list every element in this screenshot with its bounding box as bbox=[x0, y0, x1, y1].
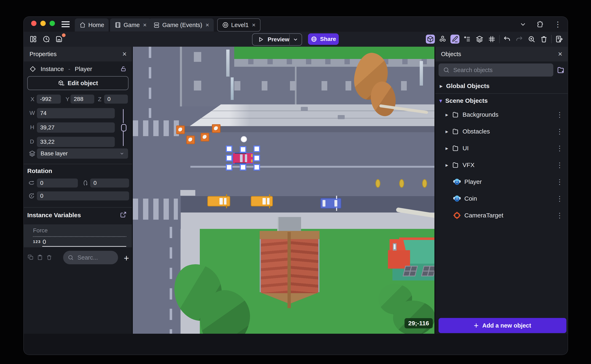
coin-instance[interactable] bbox=[375, 179, 380, 188]
kebab-menu-icon[interactable]: ⋮ bbox=[554, 20, 562, 29]
tree-instance[interactable] bbox=[393, 300, 434, 334]
crate-instance[interactable] bbox=[212, 124, 220, 133]
object-row-ui[interactable]: ▸ UI ⋮ bbox=[435, 140, 568, 156]
selection-handle[interactable] bbox=[240, 164, 246, 170]
depth-input[interactable] bbox=[37, 137, 115, 147]
kebab-menu-icon[interactable]: ⋮ bbox=[556, 161, 563, 169]
copy-variable-icon[interactable] bbox=[28, 254, 34, 260]
taxi-instance[interactable] bbox=[251, 196, 273, 206]
object-row-player[interactable]: Player ⋮ bbox=[435, 174, 568, 190]
preview-button[interactable]: Preview bbox=[252, 33, 302, 46]
close-objects-icon[interactable]: × bbox=[558, 50, 562, 58]
group-scene-objects[interactable]: ▾ Scene Objects bbox=[435, 95, 568, 107]
variable-row[interactable]: Force 123 0 bbox=[24, 224, 132, 247]
kebab-menu-icon[interactable]: ⋮ bbox=[556, 195, 563, 203]
close-icon[interactable]: × bbox=[206, 21, 209, 28]
kebab-menu-icon[interactable]: ⋮ bbox=[556, 127, 563, 136]
grid-icon[interactable] bbox=[487, 35, 496, 44]
object-row-coin[interactable]: Coin ⋮ bbox=[435, 190, 568, 207]
toggle-3d-view-icon[interactable] bbox=[426, 35, 435, 44]
undo-icon[interactable] bbox=[503, 35, 511, 44]
rotation-x-input[interactable] bbox=[37, 179, 78, 188]
scene-canvas[interactable]: 29;-116 bbox=[133, 47, 434, 334]
object-row-cameratarget[interactable]: CameraTarget ⋮ bbox=[435, 207, 568, 224]
objects-search[interactable] bbox=[438, 64, 553, 77]
tab-level1[interactable]: Level1 × bbox=[217, 19, 260, 32]
blue-car-instance[interactable] bbox=[320, 198, 341, 209]
teal-house[interactable] bbox=[388, 237, 434, 284]
crosswalk-upper[interactable] bbox=[133, 120, 179, 136]
edit-mode-pencil-icon[interactable] bbox=[451, 35, 459, 44]
crosswalk-lower[interactable] bbox=[133, 199, 178, 220]
variable-name[interactable]: Force bbox=[33, 227, 48, 234]
group-global-objects[interactable]: ▸ Global Objects bbox=[435, 80, 568, 92]
height-input[interactable] bbox=[37, 123, 115, 133]
close-icon[interactable]: × bbox=[252, 21, 256, 28]
add-variable-button[interactable]: + bbox=[124, 253, 129, 263]
selection-handle[interactable] bbox=[253, 164, 260, 170]
grass-strip-top[interactable] bbox=[234, 47, 434, 59]
selection-handle[interactable] bbox=[240, 146, 246, 153]
crate-instance[interactable] bbox=[201, 133, 209, 142]
chevron-down-icon[interactable] bbox=[519, 21, 527, 28]
x-input[interactable] bbox=[37, 95, 61, 104]
selection-handle[interactable] bbox=[253, 146, 260, 152]
tab-game-events[interactable]: Game (Events) × bbox=[149, 19, 214, 32]
add-new-object-button[interactable]: + Add a new object bbox=[438, 318, 566, 333]
add-folder-icon[interactable] bbox=[557, 66, 565, 74]
building-top-right[interactable] bbox=[234, 59, 434, 106]
menu-icon[interactable] bbox=[61, 21, 70, 27]
extensions-icon[interactable] bbox=[537, 20, 544, 28]
dashboard-icon[interactable] bbox=[29, 35, 38, 44]
selection-handle[interactable] bbox=[253, 155, 260, 161]
z-input[interactable] bbox=[104, 95, 128, 104]
kebab-menu-icon[interactable]: ⋮ bbox=[556, 178, 563, 186]
object-row-obstacles[interactable]: ▸ Obstacles ⋮ bbox=[435, 123, 568, 140]
variables-search-input[interactable] bbox=[77, 254, 110, 261]
tab-game[interactable]: Game × bbox=[110, 19, 151, 32]
unlock-icon[interactable] bbox=[120, 65, 127, 72]
history-icon[interactable] bbox=[42, 35, 51, 44]
traffic-light-minimize[interactable] bbox=[40, 21, 46, 26]
selection-handle[interactable] bbox=[226, 155, 232, 161]
open-variables-external-icon[interactable] bbox=[120, 211, 127, 218]
crate-instance[interactable] bbox=[176, 125, 185, 134]
instances-list-icon[interactable] bbox=[463, 35, 472, 44]
kebab-menu-icon[interactable]: ⋮ bbox=[556, 110, 563, 119]
selection-handle[interactable] bbox=[226, 164, 232, 170]
preview-dropdown-chevron-icon[interactable] bbox=[289, 37, 302, 42]
kebab-menu-icon[interactable]: ⋮ bbox=[556, 144, 563, 152]
traffic-light-close[interactable] bbox=[31, 21, 36, 26]
variable-value[interactable]: 0 bbox=[43, 238, 46, 245]
paste-variable-icon[interactable] bbox=[37, 254, 43, 260]
variables-search[interactable] bbox=[63, 251, 118, 264]
autumn-tree-instance[interactable] bbox=[348, 53, 400, 124]
traffic-light-zoom[interactable] bbox=[50, 21, 55, 26]
close-properties-icon[interactable]: × bbox=[122, 50, 127, 58]
selection-handle[interactable] bbox=[226, 146, 232, 152]
width-input[interactable] bbox=[37, 108, 115, 118]
redo-icon[interactable] bbox=[515, 35, 524, 44]
object-row-backgrounds[interactable]: ▸ Backgrounds ⋮ bbox=[435, 106, 568, 123]
delete-variable-icon[interactable] bbox=[46, 254, 52, 260]
y-input[interactable] bbox=[71, 95, 94, 104]
objects-search-input[interactable] bbox=[453, 66, 528, 74]
kebab-menu-icon[interactable]: ⋮ bbox=[556, 211, 563, 220]
edit-events-sheet-icon[interactable] bbox=[555, 35, 564, 44]
zoom-in-icon[interactable] bbox=[527, 35, 536, 44]
selection-rotate-handle[interactable] bbox=[241, 136, 247, 142]
object-row-vfx[interactable]: ▸ VFX ⋮ bbox=[435, 157, 568, 173]
objects-stack-icon[interactable] bbox=[438, 35, 447, 44]
share-button[interactable]: Share bbox=[308, 33, 339, 45]
coin-instance[interactable] bbox=[422, 179, 427, 188]
trash-icon[interactable] bbox=[539, 35, 548, 44]
link-dimensions-icon[interactable] bbox=[121, 124, 126, 131]
rotation-z-input[interactable] bbox=[37, 191, 129, 201]
edit-object-button[interactable]: 3D Edit object bbox=[27, 76, 128, 90]
layer-select[interactable]: Base layer bbox=[37, 149, 128, 159]
rotation-y-input[interactable] bbox=[90, 179, 129, 188]
taxi-instance[interactable] bbox=[207, 196, 230, 206]
coin-instance[interactable] bbox=[399, 179, 404, 188]
crate-instance[interactable] bbox=[186, 136, 195, 144]
building-top-left[interactable] bbox=[180, 47, 234, 106]
